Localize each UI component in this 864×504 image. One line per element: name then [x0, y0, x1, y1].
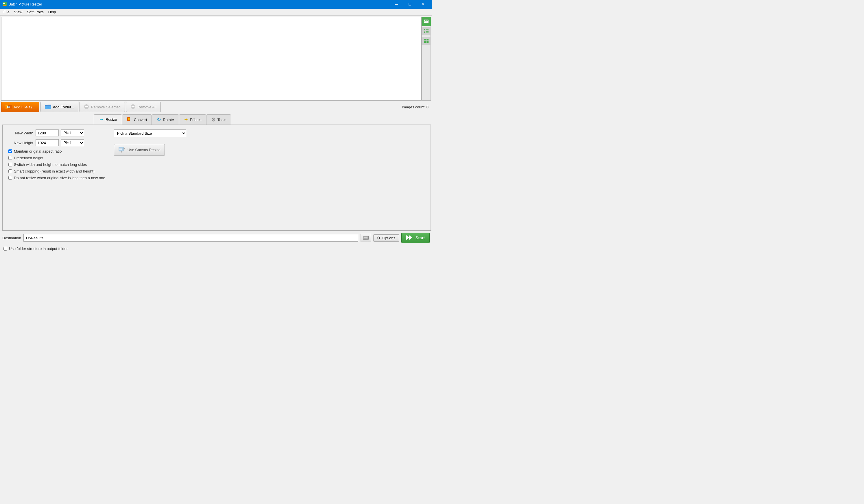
remove-all-label: Remove All — [137, 105, 156, 109]
svg-rect-5 — [424, 29, 425, 30]
add-folder-button[interactable]: + Add Folder... — [40, 102, 79, 112]
svg-rect-8 — [424, 30, 425, 32]
minimize-button[interactable]: — — [390, 0, 403, 9]
start-button[interactable]: Start — [401, 233, 430, 243]
svg-rect-22 — [8, 106, 10, 107]
destination-input[interactable] — [23, 234, 358, 242]
switch-dimensions-label: Switch width and height to match long si… — [14, 162, 87, 167]
use-folder-row: Use folder structure in output folder — [0, 245, 432, 252]
height-unit-select[interactable]: Pixel — [61, 139, 84, 146]
button-toolbar: Add File(s)... + Add Folder... Remove Se… — [0, 101, 432, 113]
maximize-button[interactable]: ☐ — [403, 0, 416, 9]
convert-icon — [127, 117, 132, 123]
tab-content-resize: New Width Pixel New Height Pixel — [2, 125, 431, 231]
side-toolbar — [422, 17, 431, 101]
width-unit-select[interactable]: Pixel — [61, 130, 84, 136]
add-files-button[interactable]: Add File(s)... — [1, 102, 39, 112]
svg-marker-40 — [409, 235, 412, 240]
use-folder-checkbox[interactable] — [3, 247, 7, 250]
svg-rect-29 — [128, 118, 130, 120]
canvas-resize-button[interactable]: Use Canvas Resize — [114, 144, 165, 156]
resize-icon: ↔ — [99, 116, 104, 123]
tab-effects[interactable]: ✦ Effects — [179, 114, 206, 125]
options-button[interactable]: ⚙ Options — [373, 234, 399, 242]
tools-icon: ⚙ — [211, 116, 216, 123]
svg-rect-10 — [425, 31, 429, 32]
thumbnail-view-button[interactable] — [422, 17, 431, 26]
new-width-row: New Width Pixel — [7, 130, 105, 136]
destination-label: Destination — [2, 236, 21, 240]
file-list-container — [1, 17, 431, 101]
tab-rotate-label: Rotate — [163, 118, 174, 122]
predefined-height-row: Predefined height — [7, 156, 105, 160]
images-count: Images count: 0 — [402, 105, 431, 109]
menu-help[interactable]: Help — [46, 9, 58, 15]
do-not-resize-checkbox[interactable] — [8, 176, 12, 180]
menu-view[interactable]: View — [12, 9, 25, 15]
list-view-button[interactable] — [422, 27, 431, 35]
add-files-icon — [5, 104, 12, 110]
predefined-height-checkbox[interactable] — [8, 156, 12, 160]
use-folder-checkbox-row: Use folder structure in output folder — [1, 246, 68, 251]
menu-bar: File View SoftOrbits Help — [0, 9, 432, 16]
tab-resize[interactable]: ↔ Resize — [94, 114, 122, 125]
svg-rect-17 — [427, 41, 429, 43]
app-body: Add File(s)... + Add Folder... Remove Se… — [0, 16, 432, 252]
maintain-aspect-checkbox[interactable] — [8, 149, 12, 153]
svg-rect-15 — [427, 39, 429, 40]
switch-dimensions-checkbox[interactable] — [8, 163, 12, 167]
svg-rect-13 — [425, 33, 429, 33]
close-button[interactable]: ✕ — [416, 0, 430, 9]
browse-button[interactable] — [361, 234, 371, 242]
remove-selected-button[interactable]: Remove Selected — [80, 102, 125, 112]
app-icon — [2, 2, 7, 7]
standard-size-select[interactable]: Pick a Standard Size — [114, 130, 186, 137]
do-not-resize-row: Do not resize when original size is less… — [7, 176, 105, 180]
tab-resize-label: Resize — [106, 117, 117, 122]
rotate-icon: ↻ — [157, 116, 161, 123]
use-folder-label: Use folder structure in output folder — [9, 246, 68, 251]
svg-rect-16 — [424, 41, 426, 43]
tab-rotate[interactable]: ↻ Rotate — [152, 114, 179, 125]
new-height-input[interactable] — [36, 139, 59, 146]
remove-selected-label: Remove Selected — [91, 105, 121, 109]
menu-file[interactable]: File — [1, 9, 12, 15]
remove-all-button[interactable]: Remove All — [126, 102, 161, 112]
tab-bar: ↔ Resize Convert ↻ Rotate ✦ Effects — [94, 114, 431, 125]
smart-cropping-label: Smart cropping (result in exact width an… — [14, 169, 95, 173]
effects-icon: ✦ — [184, 116, 188, 123]
tab-tools-label: Tools — [217, 118, 226, 122]
add-folder-label: Add Folder... — [53, 105, 74, 109]
switch-dimensions-row: Switch width and height to match long si… — [7, 162, 105, 167]
svg-rect-14 — [424, 39, 426, 40]
menu-softorbits[interactable]: SoftOrbits — [25, 9, 46, 15]
new-height-label: New Height — [7, 141, 33, 145]
smart-cropping-checkbox[interactable] — [8, 169, 12, 173]
grid-view-button[interactable] — [422, 37, 431, 45]
tab-tools[interactable]: ⚙ Tools — [206, 114, 231, 125]
svg-rect-21 — [7, 106, 10, 108]
tab-convert-label: Convert — [134, 118, 147, 122]
svg-rect-11 — [424, 32, 425, 33]
options-gear-icon: ⚙ — [377, 236, 381, 240]
tab-effects-label: Effects — [190, 118, 202, 122]
start-icon — [406, 235, 413, 241]
new-height-row: New Height Pixel — [7, 139, 105, 146]
canvas-resize-label: Use Canvas Resize — [128, 148, 160, 152]
tab-convert[interactable]: Convert — [122, 114, 152, 125]
svg-text:+: + — [47, 106, 49, 108]
svg-rect-12 — [425, 32, 429, 33]
window-controls: — ☐ ✕ — [390, 0, 430, 9]
do-not-resize-label: Do not resize when original size is less… — [14, 176, 105, 180]
canvas-resize-icon — [118, 146, 125, 154]
svg-rect-1 — [3, 3, 5, 4]
svg-rect-6 — [425, 29, 429, 30]
add-files-label: Add File(s)... — [14, 105, 35, 109]
new-width-input[interactable] — [36, 130, 59, 136]
remove-all-icon — [130, 104, 136, 110]
remove-selected-icon — [84, 104, 89, 110]
file-list-area[interactable] — [1, 17, 422, 101]
new-width-label: New Width — [7, 131, 33, 135]
add-folder-icon: + — [45, 104, 51, 110]
tabs-area: ↔ Resize Convert ↻ Rotate ✦ Effects — [0, 113, 432, 231]
